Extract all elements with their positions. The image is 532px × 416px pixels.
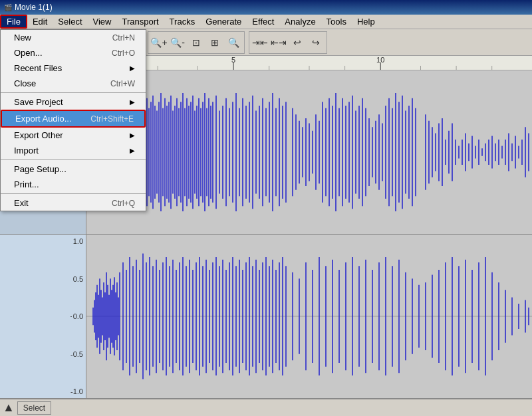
menu-close[interactable]: Close Ctrl+W: [1, 76, 146, 91]
btn-snap[interactable]: ⇥⇤: [251, 33, 269, 52]
svg-text:5: 5: [231, 56, 235, 64]
select-button[interactable]: Select: [17, 401, 51, 415]
menu-exit[interactable]: Exit Ctrl+Q: [1, 195, 146, 211]
menu-help[interactable]: Help: [352, 15, 380, 29]
btn-zoom-out[interactable]: 🔍-: [168, 33, 187, 52]
menu-recent-files[interactable]: Recent Files ▶: [1, 60, 146, 76]
menu-analyze[interactable]: Analyze: [279, 15, 321, 29]
ruler-svg: 5 10: [86, 56, 532, 70]
separator-3: [1, 193, 146, 194]
scale-labels: 1.0 0.5 0.0 -0.5 -1.0: [70, 235, 83, 398]
svg-text:10: 10: [376, 56, 384, 64]
track-2-waveform[interactable]: [86, 235, 532, 398]
menu-export-other[interactable]: Export Other ▶: [1, 128, 146, 143]
bottom-arrow-icon: ▲: [3, 401, 15, 415]
title-bar: 🎬 Movie 1(1): [0, 0, 532, 15]
separator-1: [1, 92, 146, 93]
menu-page-setup[interactable]: Page Setup...: [1, 161, 146, 177]
separator-2: [1, 159, 146, 160]
menu-import[interactable]: Import ▶: [1, 143, 146, 158]
menu-generate[interactable]: Generate: [200, 15, 247, 29]
app-icon: 🎬: [4, 4, 12, 11]
menu-select[interactable]: Select: [53, 15, 87, 29]
menu-open[interactable]: Open... Ctrl+O: [1, 45, 146, 60]
other-section: ⇥⇤ ⇤⇥ ↩ ↪: [249, 31, 327, 54]
btn-zoom-out2[interactable]: 🔍: [224, 33, 243, 52]
menu-save-project[interactable]: Save Project ▶: [1, 94, 146, 110]
menu-transport[interactable]: Transport: [116, 15, 164, 29]
menu-export-audio[interactable]: Export Audio... Ctrl+Shift+E: [1, 110, 146, 128]
menu-effect[interactable]: Effect: [247, 15, 279, 29]
menu-print[interactable]: Print...: [1, 177, 146, 192]
waveform-2-svg: [86, 235, 532, 398]
waveform-1-svg: [86, 70, 532, 234]
file-dropdown: New Ctrl+N Open... Ctrl+O Recent Files ▶…: [0, 29, 146, 211]
btn-snap2[interactable]: ⇤⇥: [269, 33, 288, 52]
menu-view[interactable]: View: [88, 15, 117, 29]
bottom-bar: ▲ Select: [0, 399, 532, 416]
menu-edit[interactable]: Edit: [27, 15, 53, 29]
title-text: Movie 1(1): [15, 3, 53, 12]
btn-redo[interactable]: ↪: [307, 33, 325, 52]
menu-bar: File Edit Select View Transport Tracks G…: [0, 15, 532, 29]
btn-zoom-fit[interactable]: ⊡: [187, 33, 205, 52]
menu-new[interactable]: New Ctrl+N: [1, 30, 146, 45]
btn-zoom-in[interactable]: 🔍+: [150, 33, 168, 52]
track-1-waveform[interactable]: [86, 70, 532, 234]
menu-tracks[interactable]: Tracks: [164, 15, 201, 29]
btn-undo[interactable]: ↩: [288, 33, 307, 52]
track-2: 1.0 0.5 0.0 -0.5 -1.0: [0, 235, 532, 399]
menu-file[interactable]: File: [0, 15, 27, 29]
menu-tools[interactable]: Tools: [321, 15, 352, 29]
zoom-section: 🔍+ 🔍- ⊡ ⊞ 🔍: [148, 31, 245, 54]
track-2-controls: 1.0 0.5 0.0 -0.5 -1.0: [0, 235, 86, 398]
btn-zoom-sel[interactable]: ⊞: [205, 33, 224, 52]
